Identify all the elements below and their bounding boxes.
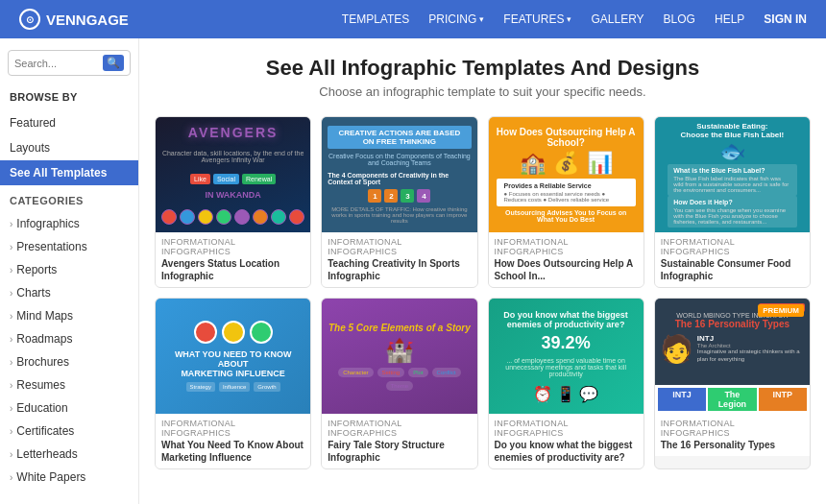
top-navigation: ⊙ VENNGAGE TEMPLATES PRICING▾ FEATURES▾ … (0, 0, 826, 38)
sidebar-item-roadmaps[interactable]: › Roadmaps (0, 327, 138, 350)
logo[interactable]: ⊙ VENNGAGE (19, 9, 129, 30)
template-card-personality[interactable]: BUSINESS WORLD MBINGO TYPE INDICATOR The… (654, 298, 811, 469)
card-title: What You Need To Know About Marketing In… (161, 439, 304, 464)
chevron-right-icon: › (10, 311, 12, 322)
chevron-right-icon: › (10, 288, 12, 299)
card-category: Informational Infographics (328, 419, 471, 438)
sidebar-item-presentations[interactable]: › Presentations (0, 235, 138, 258)
logo-icon: ⊙ (19, 9, 40, 30)
sidebar-item-mind-maps[interactable]: › Mind Maps (0, 304, 138, 327)
card-category: Informational Infographics (661, 237, 804, 256)
logo-text: VENNGAGE (46, 12, 129, 28)
nav-blog[interactable]: BLOG (664, 12, 695, 26)
template-card-creativity[interactable]: CREATIVE ACTIONS ARE BASED ON FREE THINK… (321, 116, 477, 288)
nav-templates[interactable]: TEMPLATES (342, 12, 409, 26)
nav-signin[interactable]: SIGN IN (764, 12, 807, 26)
template-card-sustainable[interactable]: Sustainable Eating:Choose the Blue Fish … (654, 116, 811, 288)
chevron-right-icon: › (10, 403, 12, 414)
search-input[interactable] (14, 58, 103, 69)
sidebar-item-featured[interactable]: Featured (0, 110, 138, 135)
sidebar-item-charts[interactable]: › Charts (0, 281, 138, 304)
nav-pricing[interactable]: PRICING▾ (428, 12, 484, 26)
sidebar-item-brochures[interactable]: › Brochures (0, 350, 138, 373)
nav-links: TEMPLATES PRICING▾ FEATURES▾ GALLERY BLO… (158, 12, 807, 26)
categories-label: CATEGORIES (0, 185, 138, 212)
chevron-right-icon: › (10, 380, 12, 391)
template-card-avengers[interactable]: AVENGERS Character data, skill locations… (155, 116, 311, 288)
chevron-right-icon: › (10, 265, 12, 276)
template-grid: AVENGERS Character data, skill locations… (155, 116, 811, 469)
chevron-right-icon: › (10, 472, 12, 483)
card-title: Do you know what the biggest enemies of … (495, 439, 638, 464)
search-icon[interactable]: 🔍 (103, 55, 124, 71)
outsourcing-title: How Does Outsourcing Help A School? (497, 127, 636, 148)
browse-by-label: BROWSE BY (0, 87, 138, 110)
template-card-fairytale[interactable]: The 5 Core Elements of a Story 🏰 Charact… (321, 298, 477, 469)
card-title: The 16 Personality Types (661, 439, 804, 451)
card-category: Informational Infographics (495, 419, 638, 438)
card-category: Informational Infographics (495, 237, 638, 256)
card-category: Informational Infographics (161, 419, 304, 438)
card-footer: Informational Infographics Avengers Stat… (156, 232, 310, 287)
card-avengers-title: AVENGERS (188, 125, 279, 140)
main-layout: 🔍 BROWSE BY Featured Layouts See All Tem… (0, 38, 826, 504)
productivity-number: 39.2% (542, 333, 591, 353)
card-footer: Informational Infographics Sustainable C… (655, 232, 810, 287)
chevron-right-icon: › (10, 242, 12, 252)
sidebar-item-layouts[interactable]: Layouts (0, 135, 138, 160)
chevron-down-icon: ▾ (479, 14, 484, 24)
template-card-outsourcing[interactable]: How Does Outsourcing Help A School? 🏫 💰 … (488, 116, 644, 288)
chevron-right-icon: › (10, 449, 12, 460)
card-title: Fairy Tale Story Structure Infographic (328, 439, 471, 464)
sidebar-item-see-all-templates[interactable]: See All Templates (0, 160, 138, 185)
nav-features[interactable]: FEATURES▾ (503, 12, 571, 26)
template-card-productivity[interactable]: Do you know what the biggest enemies of … (488, 298, 644, 469)
sidebar-item-resumes[interactable]: › Resumes (0, 373, 138, 396)
chevron-right-icon: › (10, 357, 12, 368)
marketing-title: WHAT YOU NEED TO KNOW ABOUTMARKETING INF… (161, 349, 304, 378)
premium-badge: PREMIUM (758, 304, 804, 317)
sidebar-item-certificates[interactable]: › Certificates (0, 420, 138, 443)
card-title: Sustainable Consumer Food Infographic (661, 257, 804, 282)
card-avengers-subtitle: Character data, skill locations, by the … (159, 150, 306, 163)
card-title: How Does Outsourcing Help A School In... (495, 257, 638, 282)
page-title: See All Infographic Templates And Design… (155, 56, 811, 81)
search-box[interactable]: 🔍 (8, 50, 131, 76)
card-category: Informational Infographics (328, 237, 471, 256)
nav-help[interactable]: HELP (715, 12, 744, 26)
creativity-headline: CREATIVE ACTIONS ARE BASED ON FREE THINK… (328, 126, 471, 149)
card-footer: Informational Infographics Do you know w… (489, 414, 644, 468)
productivity-title: Do you know what the biggest enemies of … (495, 310, 638, 329)
sidebar: 🔍 BROWSE BY Featured Layouts See All Tem… (0, 38, 139, 504)
chevron-right-icon: › (10, 426, 12, 437)
nav-gallery[interactable]: GALLERY (591, 12, 644, 26)
sidebar-item-letterheads[interactable]: › Letterheads (0, 443, 138, 466)
page-subtitle: Choose an infographic template to suit y… (155, 84, 811, 99)
chevron-right-icon: › (10, 334, 12, 345)
sidebar-item-education[interactable]: › Education (0, 396, 138, 420)
card-category: Informational Infographics (161, 237, 304, 256)
fairytale-title: The 5 Core Elements of a Story (328, 323, 471, 333)
sidebar-item-white-papers[interactable]: › White Papers (0, 466, 138, 489)
chevron-right-icon: › (10, 219, 12, 229)
chevron-down-icon: ▾ (567, 14, 571, 24)
card-title: Avengers Status Location Infographic (161, 257, 304, 282)
template-card-marketing[interactable]: WHAT YOU NEED TO KNOW ABOUTMARKETING INF… (155, 298, 311, 469)
card-footer: Informational Infographics What You Need… (156, 414, 310, 468)
card-footer: Informational Infographics Fairy Tale St… (322, 414, 476, 468)
sidebar-item-reports[interactable]: › Reports (0, 258, 138, 281)
card-footer: Informational Infographics How Does Outs… (489, 232, 644, 287)
card-footer: Informational Infographics Teaching Crea… (322, 232, 476, 287)
main-content: See All Infographic Templates And Design… (139, 38, 826, 504)
card-title: Teaching Creativity In Sports Infographi… (328, 257, 471, 282)
sidebar-item-infographics[interactable]: › Infographics (0, 212, 138, 235)
card-footer: Informational Infographics The 16 Person… (655, 414, 810, 456)
card-category: Informational Infographics (661, 419, 804, 438)
